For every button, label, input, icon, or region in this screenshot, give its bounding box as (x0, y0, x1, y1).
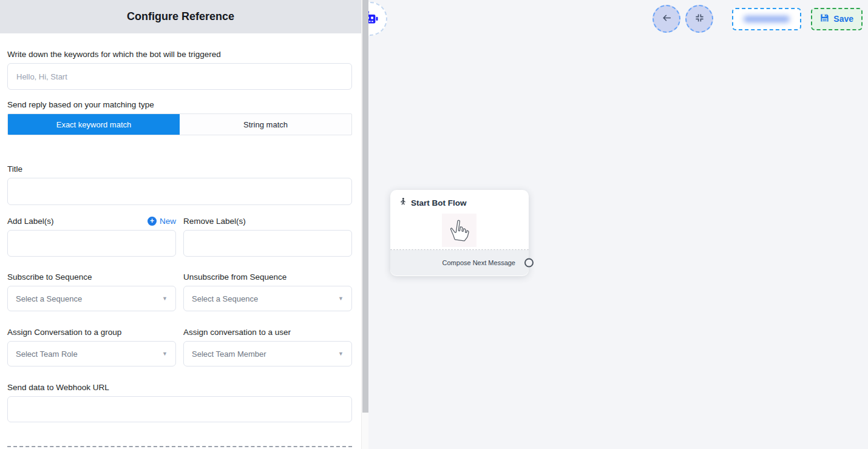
assign-group-select[interactable]: Select Team Role ▼ (7, 341, 176, 366)
save-button[interactable]: Save (811, 8, 863, 30)
matching-type-label: Send reply based on your matching type (7, 100, 352, 109)
title-input[interactable] (7, 178, 352, 205)
assign-user-value: Select Team Member (192, 349, 266, 359)
remove-labels-input[interactable] (183, 230, 352, 257)
connector-port[interactable] (524, 258, 534, 268)
blurred-button[interactable] (732, 8, 801, 30)
chevron-down-icon: ▼ (338, 351, 344, 357)
assign-user-label: Assign conversation to a user (183, 328, 352, 337)
assign-group-label: Assign Conversation to a group (7, 328, 176, 337)
chevron-down-icon: ▼ (162, 351, 168, 357)
canvas-toolbar: Save (653, 5, 863, 33)
compose-next-message-label: Compose Next Message (442, 259, 515, 266)
tab-exact-keyword-match[interactable]: Exact keyword match (8, 114, 180, 135)
matching-type-tabs: Exact keyword match String match (7, 113, 352, 135)
back-arrow-icon (662, 13, 672, 25)
configure-reference-panel: Configure Reference Write down the keywo… (0, 0, 361, 449)
title-label: Title (7, 164, 352, 174)
unsubscribe-sequence-value: Select a Sequence (192, 294, 258, 303)
plus-icon: + (147, 217, 157, 226)
save-button-label: Save (833, 14, 853, 24)
fit-view-button[interactable] (685, 5, 713, 33)
save-floppy-icon (820, 13, 829, 24)
webhook-label: Send data to Webhook URL (7, 383, 352, 392)
tab-string-match[interactable]: String match (180, 114, 351, 135)
panel-scrollbar[interactable] (361, 0, 368, 449)
panel-header: Configure Reference (0, 0, 361, 33)
chevron-down-icon: ▼ (338, 295, 344, 302)
subscribe-sequence-value: Select a Sequence (16, 294, 82, 303)
node-body: Start Bot Flow (390, 190, 529, 250)
compress-icon (695, 13, 704, 25)
remove-labels-label: Remove Label(s) (183, 217, 246, 226)
assign-group-value: Select Team Role (16, 349, 78, 359)
hand-cursor-icon (442, 214, 476, 247)
unsubscribe-sequence-label: Unsubscribe from Sequence (183, 272, 352, 282)
scrollbar-thumb[interactable] (362, 0, 368, 413)
keywords-label: Write down the keywords for which the bo… (7, 50, 352, 59)
node-footer: Compose Next Message (390, 250, 529, 275)
webhook-input[interactable] (7, 396, 352, 422)
new-label-text: New (160, 217, 176, 226)
chevron-down-icon: ▼ (162, 295, 168, 302)
back-button[interactable] (653, 5, 680, 33)
subscribe-sequence-label: Subscribe to Sequence (7, 272, 176, 282)
panel-title: Configure Reference (127, 10, 234, 23)
unsubscribe-sequence-select[interactable]: Select a Sequence ▼ (183, 286, 352, 311)
new-label-link[interactable]: + New (147, 217, 176, 226)
add-labels-label: Add Label(s) (7, 217, 54, 226)
subscribe-sequence-select[interactable]: Select a Sequence ▼ (7, 286, 176, 311)
node-title: Start Bot Flow (411, 198, 467, 208)
assign-user-select[interactable]: Select Team Member ▼ (183, 341, 352, 366)
blurred-label (744, 16, 790, 22)
keywords-input[interactable] (7, 63, 352, 90)
add-labels-input[interactable] (7, 230, 176, 257)
start-bot-flow-node[interactable]: Start Bot Flow Compose Next Message (390, 190, 529, 276)
walking-person-icon (399, 198, 407, 208)
panel-bottom-divider (7, 446, 352, 447)
